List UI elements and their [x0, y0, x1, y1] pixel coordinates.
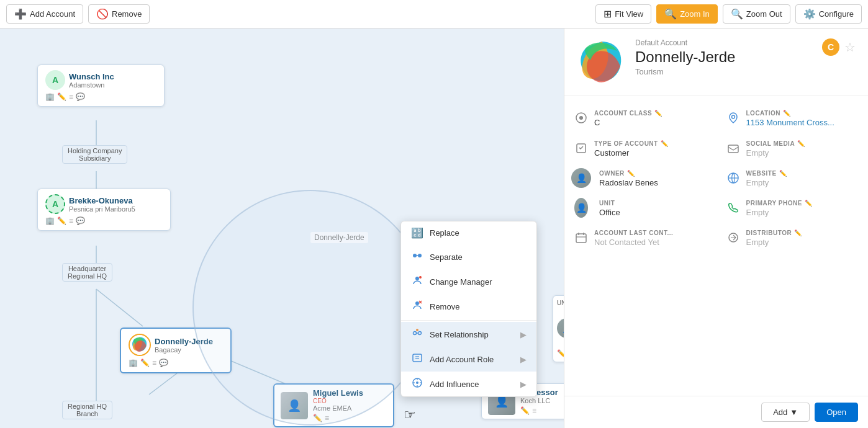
arrow-icon: ▶	[520, 330, 527, 339]
owner-icon: 👤	[574, 171, 588, 185]
menu-item-remove[interactable]: Remove	[401, 294, 536, 319]
field-social-media: SOCIAL MEDIA ✏️ Empty	[717, 134, 869, 164]
field-type-account-content: TYPE OF ACCOUNT ✏️ Customer	[594, 140, 707, 158]
remove-button[interactable]: 🚫 Remove	[88, 4, 150, 24]
edit-type-icon[interactable]: ✏️	[661, 140, 669, 147]
org-icon: 🏢	[45, 216, 55, 225]
field-distributor-content: DISTRIBUTOR ✏️ Empty	[746, 230, 859, 247]
edit-icon: ✏️	[557, 349, 564, 358]
svg-point-14	[415, 301, 419, 305]
edit-social-icon[interactable]: ✏️	[797, 140, 805, 147]
field-account-class-content: ACCOUNT CLASS ✏️ C	[594, 110, 707, 127]
field-account-last-contact: ACCOUNT LAST CONT... Not Contacted Yet	[564, 223, 717, 253]
menu-item-add-influence[interactable]: Add Influence ▶	[401, 372, 536, 396]
menu-item-set-relationship[interactable]: Set Relationship ▶	[401, 322, 536, 347]
website-icon	[726, 171, 740, 185]
context-menu: 🔡 Replace Separate	[400, 221, 537, 397]
remove-icon: 🚫	[96, 8, 109, 20]
svg-point-8	[413, 254, 417, 257]
brekke-node[interactable]: A Brekke-Okuneva Pesnica pri Mariboru5 🏢…	[37, 189, 171, 231]
svg-point-18	[418, 332, 422, 335]
type-account-value: Customer	[594, 148, 707, 158]
chat-icon: 💬	[159, 359, 168, 367]
distributor-icon	[726, 231, 740, 244]
isaac-avatar: 👤	[557, 318, 564, 338]
hq-label-brekke: Headquarter Regional HQ	[62, 263, 112, 282]
unit-avatar: 👤	[574, 198, 588, 218]
org-icon: 🏢	[45, 92, 55, 101]
menu-item-add-account-role[interactable]: Add Account Role ▶	[401, 347, 536, 372]
svg-point-17	[414, 332, 417, 335]
field-owner-content: OWNER ✏️ Radoslav Benes	[599, 170, 707, 187]
edit-phone-icon[interactable]: ✏️	[805, 200, 813, 207]
last-contact-value: Not Contacted Yet	[594, 238, 707, 247]
brekke-name: Brekke-Okuneva	[69, 196, 135, 205]
edit-icon: ✏️	[57, 216, 66, 225]
favorite-star-icon[interactable]: ☆	[844, 40, 856, 55]
field-location-content: LOCATION ✏️ 1153 Monument Cross...	[746, 110, 859, 128]
edit-icon: ✏️	[57, 92, 66, 101]
menu-item-separate[interactable]: Separate	[401, 244, 536, 269]
field-website: WEBSITE ✏️ Empty	[717, 164, 869, 194]
wunsch-avatar: A	[45, 70, 65, 90]
social-media-icon	[726, 141, 740, 155]
website-value: Empty	[746, 178, 859, 187]
unit-icon: 👤	[574, 201, 588, 215]
panel-default-label: Default Account	[635, 38, 813, 47]
svg-line-3	[96, 289, 143, 326]
add-account-button[interactable]: ➕ Add Account	[6, 4, 83, 24]
field-unit: 👤 UNIT Office	[564, 194, 717, 223]
edit-owner-icon[interactable]: ✏️	[627, 170, 635, 177]
edit-distributor-icon[interactable]: ✏️	[794, 230, 802, 236]
arrow-icon: ▶	[520, 355, 527, 364]
primary-phone-icon	[726, 201, 740, 215]
svg-rect-21	[413, 354, 422, 362]
zoom-in-button[interactable]: 🔍 Zoom In	[656, 4, 718, 24]
location-value[interactable]: 1153 Monument Cross...	[746, 118, 834, 127]
svg-point-32	[579, 116, 583, 120]
panel-header: Default Account Donnelly-Jerde Tourism C…	[564, 29, 868, 96]
account-class-icon	[574, 111, 588, 125]
field-primary-phone: PRIMARY PHONE ✏️ Empty	[717, 194, 869, 223]
menu-item-replace[interactable]: 🔡 Replace	[401, 221, 536, 244]
org-icon: 🏢	[129, 359, 138, 367]
zoom-out-icon: 🔍	[731, 8, 743, 20]
edit-icon: ✏️	[520, 406, 530, 415]
owner-value: Radoslav Benes	[599, 178, 707, 187]
account-badge: C	[822, 38, 839, 56]
zoom-out-button[interactable]: 🔍 Zoom Out	[723, 4, 790, 24]
svg-line-4	[149, 371, 180, 395]
edit-account-class-icon[interactable]: ✏️	[654, 110, 662, 117]
list-icon: ≡	[69, 92, 73, 101]
canvas-area[interactable]: A Wunsch Inc Adamstown 🏢 ✏️ ≡ 💬 Holding …	[0, 29, 564, 428]
configure-button[interactable]: ⚙️ Configure	[795, 4, 862, 24]
fit-view-button[interactable]: ⊞ Fit View	[595, 4, 651, 24]
isaac-card[interactable]: UNIT 👤 Isaac Douglas CEO Donnelly-Jerde …	[553, 295, 564, 362]
field-social-media-content: SOCIAL MEDIA ✏️ Empty	[746, 140, 859, 158]
menu-item-change-manager[interactable]: Change Manager	[401, 269, 536, 294]
add-button[interactable]: Add ▼	[761, 403, 810, 422]
edit-location-icon[interactable]: ✏️	[783, 110, 791, 117]
field-unit-content: UNIT Office	[599, 200, 707, 217]
set-relationship-icon	[411, 328, 423, 341]
primary-phone-value: Empty	[746, 208, 859, 217]
edit-website-icon[interactable]: ✏️	[779, 170, 787, 177]
panel-title-area: Default Account Donnelly-Jerde Tourism	[635, 38, 813, 76]
menu-separator	[401, 320, 536, 321]
panel-header-icons: C ☆	[822, 38, 856, 56]
open-button[interactable]: Open	[815, 403, 858, 422]
edit-icon: ✏️	[140, 359, 150, 367]
chat-icon: 💬	[76, 92, 85, 101]
remove-menu-icon	[411, 300, 423, 313]
wunsch-node[interactable]: A Wunsch Inc Adamstown 🏢 ✏️ ≡ 💬	[37, 65, 165, 107]
panel-fields: ACCOUNT CLASS ✏️ C LOCATION ✏️ 1153 Monu…	[564, 96, 868, 261]
overlay-circle	[192, 190, 428, 426]
field-owner: 👤 OWNER ✏️ Radoslav Benes	[564, 164, 717, 194]
add-account-role-icon	[411, 352, 423, 366]
replace-icon: 🔡	[411, 227, 423, 239]
field-last-contact-content: ACCOUNT LAST CONT... Not Contacted Yet	[594, 230, 707, 247]
svg-point-9	[418, 254, 422, 257]
change-manager-icon	[411, 275, 423, 288]
svg-point-11	[415, 277, 419, 280]
separate-icon	[411, 250, 423, 264]
